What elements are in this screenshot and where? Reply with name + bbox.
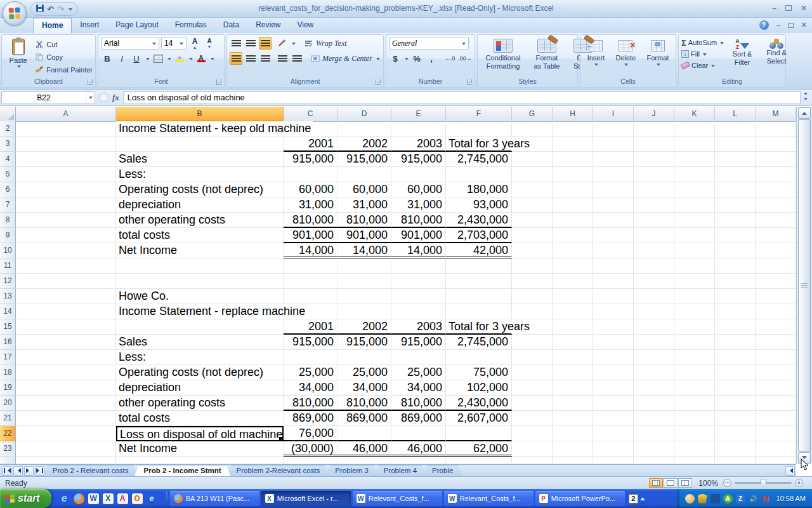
delete-cells-button[interactable]: × Delete bbox=[612, 37, 639, 77]
italic-button[interactable]: I bbox=[115, 52, 128, 65]
orientation-arrow[interactable] bbox=[292, 43, 296, 47]
conditional-formatting-button[interactable]: Conditional Formatting bbox=[480, 37, 526, 77]
cell-L18[interactable] bbox=[715, 365, 756, 380]
cell-F6[interactable]: 180,000 bbox=[446, 182, 512, 197]
row-header-9[interactable]: 9 bbox=[0, 228, 16, 243]
row-header-4[interactable]: 4 bbox=[0, 152, 16, 167]
cell-A16[interactable] bbox=[16, 335, 116, 350]
cell-I21[interactable] bbox=[593, 411, 634, 426]
last-sheet-button[interactable] bbox=[35, 466, 44, 476]
font-dialog-launcher[interactable] bbox=[216, 79, 222, 85]
cell-M4[interactable] bbox=[756, 152, 796, 167]
cell-K19[interactable] bbox=[674, 380, 715, 396]
cell-M14[interactable] bbox=[756, 304, 796, 319]
cell-J22[interactable] bbox=[634, 426, 674, 441]
fill-color-arrow[interactable] bbox=[189, 58, 193, 62]
cell-J20[interactable] bbox=[634, 396, 674, 411]
number-format-arrow[interactable] bbox=[462, 43, 466, 47]
cell-A17[interactable] bbox=[16, 350, 116, 365]
cell-B2[interactable]: Income Statement - keep old machine bbox=[116, 121, 284, 137]
cell-H7[interactable] bbox=[553, 197, 593, 213]
excel-icon[interactable]: X bbox=[103, 493, 114, 504]
cell-L19[interactable] bbox=[715, 380, 756, 396]
cell-J3[interactable] bbox=[634, 137, 674, 152]
decrease-decimal-button[interactable]: .00→ bbox=[458, 52, 472, 65]
outlook-icon[interactable]: O bbox=[132, 493, 143, 504]
cell-J16[interactable] bbox=[634, 335, 674, 350]
cell-K14[interactable] bbox=[674, 304, 715, 319]
cell-H13[interactable] bbox=[553, 289, 593, 304]
cell-L15[interactable] bbox=[715, 319, 756, 335]
cell-E23[interactable]: 46,000 bbox=[391, 441, 446, 457]
normal-view-button[interactable] bbox=[649, 478, 663, 488]
cell-B6[interactable]: Operating costs (not deprec) bbox=[116, 182, 284, 197]
cell-A18[interactable] bbox=[16, 365, 116, 380]
cell-J10[interactable] bbox=[634, 243, 674, 258]
underline-button[interactable]: U bbox=[130, 52, 143, 65]
cell-C18[interactable]: 25,000 bbox=[284, 365, 337, 380]
hscroll-left-button[interactable] bbox=[785, 466, 795, 476]
cell-K9[interactable] bbox=[674, 228, 715, 243]
cell-L8[interactable] bbox=[715, 213, 756, 228]
cell-I2[interactable] bbox=[593, 121, 634, 137]
cell-D4[interactable]: 915,000 bbox=[337, 152, 391, 167]
cell-D22[interactable] bbox=[337, 426, 391, 441]
cell-B3[interactable] bbox=[116, 137, 284, 152]
utility-icon[interactable] bbox=[710, 494, 720, 504]
cell-F19[interactable]: 102,000 bbox=[446, 380, 512, 396]
row-header-14[interactable]: 14 bbox=[0, 304, 16, 319]
cell-C8[interactable]: 810,000 bbox=[284, 213, 337, 228]
cell-L2[interactable] bbox=[715, 121, 756, 137]
align-center-button[interactable] bbox=[244, 52, 257, 65]
cell-A10[interactable] bbox=[16, 243, 116, 258]
cell-H4[interactable] bbox=[553, 152, 593, 167]
cell-L4[interactable] bbox=[715, 152, 756, 167]
cell-B14[interactable]: Income Statement - replace machine bbox=[116, 304, 284, 319]
insert-function-circle[interactable] bbox=[99, 93, 108, 102]
cell-E2[interactable] bbox=[391, 121, 446, 137]
cell-E19[interactable]: 34,000 bbox=[391, 380, 446, 396]
cell-I13[interactable] bbox=[593, 289, 634, 304]
cell-E9[interactable]: 901,000 bbox=[391, 228, 446, 243]
cell-G11[interactable] bbox=[512, 258, 553, 274]
cell-L5[interactable] bbox=[715, 167, 756, 182]
cell-C3[interactable]: 2001 bbox=[284, 137, 337, 152]
cell-L14[interactable] bbox=[715, 304, 756, 319]
cell-C16[interactable]: 915,000 bbox=[284, 335, 337, 350]
cell-C4[interactable]: 915,000 bbox=[284, 152, 337, 167]
ribbon-tab-review[interactable]: Review bbox=[247, 18, 289, 33]
cell-F8[interactable]: 2,430,000 bbox=[446, 213, 512, 228]
cell-M18[interactable] bbox=[756, 365, 796, 380]
task-button-1[interactable]: BA 213 W11 (Pasc... bbox=[170, 491, 259, 506]
cell-H3[interactable] bbox=[553, 137, 593, 152]
cell-F4[interactable]: 2,745,000 bbox=[446, 152, 512, 167]
sheet-tab-proble[interactable]: Proble bbox=[422, 465, 462, 476]
row-header-18[interactable]: 18 bbox=[0, 365, 16, 380]
zoom-in-button[interactable]: + bbox=[795, 479, 803, 487]
cell-M22[interactable] bbox=[756, 426, 796, 441]
font-name-arrow[interactable] bbox=[152, 43, 156, 47]
cell-K21[interactable] bbox=[674, 411, 715, 426]
row-header-2[interactable]: 2 bbox=[0, 121, 16, 137]
cell-I19[interactable] bbox=[593, 380, 634, 396]
cell-K18[interactable] bbox=[674, 365, 715, 380]
cell-M10[interactable] bbox=[756, 243, 796, 258]
column-header-A[interactable]: A bbox=[16, 107, 116, 122]
cell-J17[interactable] bbox=[634, 350, 674, 365]
cell-D5[interactable] bbox=[337, 167, 391, 182]
cell-G23[interactable] bbox=[512, 441, 553, 457]
cell-A21[interactable] bbox=[16, 411, 116, 426]
insert-cells-arrow[interactable] bbox=[594, 64, 598, 68]
cell-G8[interactable] bbox=[512, 213, 553, 228]
cell-E13[interactable] bbox=[391, 289, 446, 304]
cell-A13[interactable] bbox=[16, 289, 116, 304]
row-header-5[interactable]: 5 bbox=[0, 167, 16, 182]
cell-C7[interactable]: 31,000 bbox=[284, 197, 337, 213]
cell-J21[interactable] bbox=[634, 411, 674, 426]
cell-G7[interactable] bbox=[512, 197, 553, 213]
cell-A9[interactable] bbox=[16, 228, 116, 243]
task-button-2[interactable]: XMicrosoft Excel - r... bbox=[261, 491, 351, 506]
cell-L3[interactable] bbox=[715, 137, 756, 152]
page-break-view-button[interactable] bbox=[678, 478, 692, 488]
cell-E22[interactable] bbox=[391, 426, 446, 441]
